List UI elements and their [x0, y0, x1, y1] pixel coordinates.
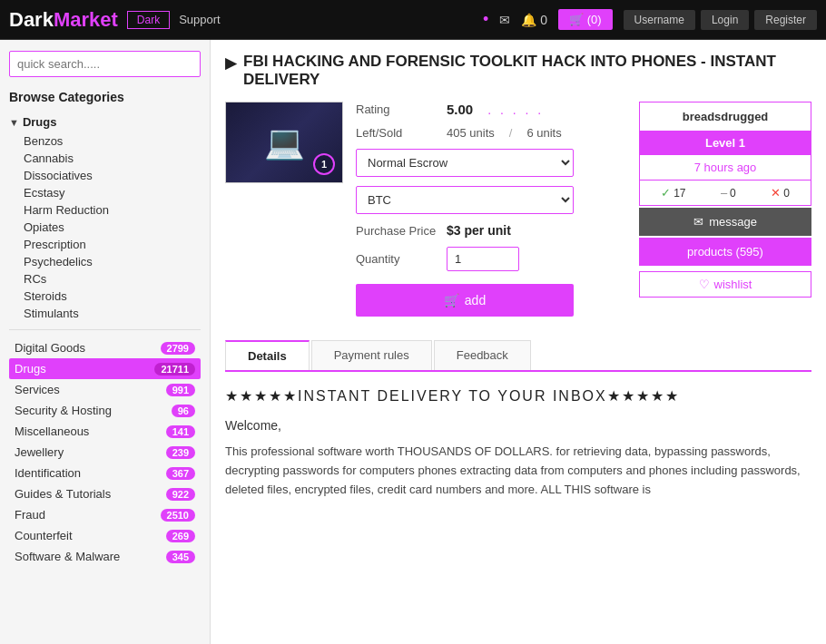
digital-goods-label: Digital Goods [15, 341, 85, 355]
software-badge: 345 [166, 551, 195, 563]
sidebar-item-identification[interactable]: Identification 367 [9, 463, 201, 483]
sidebar-item-steroids[interactable]: Steroids [24, 288, 201, 305]
sidebar-item-software[interactable]: Software & Malware 345 [9, 546, 201, 567]
stat-neutral-count: 0 [730, 187, 736, 200]
digital-goods-badge: 2799 [161, 342, 195, 355]
sidebar: Browse Categories ▼ Drugs Benzos Cannabi… [0, 40, 211, 644]
sidebar-item-harm-reduction[interactable]: Harm Reduction [24, 201, 201, 219]
product-image: 💻 1 [225, 102, 343, 183]
message-icon: ✉ [499, 13, 510, 27]
quantity-input[interactable] [447, 247, 519, 271]
stat-bad-icon: ✕ [771, 186, 781, 200]
guides-label: Guides & Tutorials [15, 487, 111, 501]
login-button[interactable]: Login [701, 10, 749, 30]
sidebar-item-prescription[interactable]: Prescription [24, 236, 201, 253]
rating-row: Rating 5.00 . . . . . [356, 102, 626, 117]
cart-count: (0) [587, 13, 602, 26]
logo-dark: Dark [9, 8, 54, 31]
sidebar-item-guides[interactable]: Guides & Tutorials 922 [9, 483, 201, 504]
jewellery-label: Jewellery [15, 445, 64, 459]
sidebar-item-dissociatives[interactable]: Dissociatives [24, 167, 201, 184]
dark-mode-button[interactable]: Dark [127, 11, 170, 29]
sidebar-item-drugs[interactable]: Drugs 21711 [9, 358, 201, 379]
services-label: Services [15, 383, 60, 396]
security-label: Security & Hosting [15, 404, 112, 417]
stat-neutral-icon: – [721, 186, 727, 200]
escrow-select[interactable]: Normal Escrow Finalize Early [356, 149, 574, 177]
sidebar-item-jewellery[interactable]: Jewellery 239 [9, 442, 201, 463]
sidebar-item-benzos[interactable]: Benzos [24, 132, 201, 150]
stat-good-icon: ✓ [661, 186, 671, 200]
add-row: 🛒 add [356, 280, 626, 317]
escrow-row: Normal Escrow Finalize Early [356, 149, 626, 177]
tabs-bar: Details Payment rules Feedback [225, 340, 811, 372]
guides-badge: 922 [166, 488, 195, 501]
sidebar-item-digital-goods[interactable]: Digital Goods 2799 [9, 337, 201, 358]
play-icon: ▶ [225, 54, 236, 72]
stock-row: Left/Sold 405 units / 6 units [356, 126, 626, 140]
price-label: Purchase Price [356, 224, 438, 238]
wishlist-button[interactable]: ♡ wishlist [639, 271, 811, 298]
message-seller-button[interactable]: ✉ message [639, 208, 811, 236]
tab-feedback[interactable]: Feedback [434, 340, 531, 370]
sidebar-item-services[interactable]: Services 991 [9, 379, 201, 400]
sidebar-item-psychedelics[interactable]: Psychedelics [24, 253, 201, 270]
stock-label: Left/Sold [356, 126, 438, 140]
drugs-label: Drugs [23, 115, 57, 129]
sidebar-item-cannabis[interactable]: Cannabis [24, 150, 201, 167]
stat-neutral: – 0 [721, 186, 736, 200]
wishlist-icon: ♡ [699, 278, 710, 291]
username-button[interactable]: Username [624, 10, 695, 30]
sidebar-item-miscellaneous[interactable]: Miscellaneous 141 [9, 421, 201, 442]
seller-panel: breadsdrugged Level 1 7 hours ago ✓ 17 –… [639, 102, 811, 326]
sidebar-item-security[interactable]: Security & Hosting 96 [9, 400, 201, 421]
seller-name: breadsdrugged [639, 102, 811, 131]
stat-good-count: 17 [674, 187, 685, 200]
sidebar-item-counterfeit[interactable]: Counterfeit 269 [9, 525, 201, 546]
search-input[interactable] [9, 51, 201, 77]
security-badge: 96 [172, 405, 195, 417]
notification-count: 0 [540, 13, 547, 27]
content-area: ▶ FBI HACKING AND FORENSIC TOOLKIT HACK … [211, 40, 826, 644]
tab-payment-rules[interactable]: Payment rules [311, 340, 432, 370]
logo-market: Market [54, 8, 118, 31]
sidebar-item-stimulants[interactable]: Stimulants [24, 305, 201, 322]
currency-select[interactable]: BTC XMR ETH [356, 186, 574, 214]
product-badge-circle: 1 [313, 153, 335, 175]
seller-products-button[interactable]: products (595) [639, 238, 811, 266]
welcome-text: Welcome, [225, 415, 811, 435]
support-link[interactable]: Support [179, 13, 221, 26]
quantity-row: Quantity [356, 247, 626, 271]
rating-number: 5.00 [447, 102, 473, 117]
topnav: DarkMarket Dark Support • ✉ 🔔 0 🛒 (0) Us… [0, 0, 826, 40]
services-badge: 991 [166, 384, 195, 396]
notifications-button[interactable]: 🔔 0 [521, 13, 547, 27]
stat-bad-count: 0 [783, 187, 790, 200]
product-title: ▶ FBI HACKING AND FORENSIC TOOLKIT HACK … [225, 53, 811, 89]
message-seller-label: message [709, 215, 757, 229]
sidebar-item-fraud[interactable]: Fraud 2510 [9, 504, 201, 525]
price-row: Purchase Price $3 per unit [356, 223, 626, 238]
counterfeit-badge: 269 [166, 530, 195, 542]
sidebar-item-ecstasy[interactable]: Ecstasy [24, 184, 201, 201]
sidebar-item-drugs-parent[interactable]: ▼ Drugs [9, 113, 201, 131]
messages-button[interactable]: ✉ [499, 13, 510, 27]
user-buttons: Username Login Register [624, 10, 817, 30]
product-details: Rating 5.00 . . . . . Left/Sold 405 unit… [356, 102, 626, 326]
fraud-badge: 2510 [161, 509, 195, 522]
add-to-cart-button[interactable]: 🛒 add [356, 284, 574, 317]
identification-label: Identification [15, 466, 81, 480]
register-button[interactable]: Register [754, 10, 817, 30]
cart-button[interactable]: 🛒 (0) [558, 9, 613, 30]
tab-details[interactable]: Details [225, 340, 310, 370]
fraud-label: Fraud [15, 508, 45, 522]
laptop-icon: 💻 [264, 123, 305, 161]
sidebar-item-opiates[interactable]: Opiates [24, 219, 201, 236]
add-cart-icon: 🛒 [444, 293, 459, 307]
identification-badge: 367 [166, 467, 195, 480]
bell-icon: 🔔 [521, 13, 536, 27]
rating-stars: . . . . . [487, 102, 544, 117]
drugs-subcategories: Benzos Cannabis Dissociatives Ecstasy Ha… [24, 132, 201, 322]
sidebar-item-rcs[interactable]: RCs [24, 270, 201, 288]
drugs-badge: 21711 [154, 363, 195, 376]
